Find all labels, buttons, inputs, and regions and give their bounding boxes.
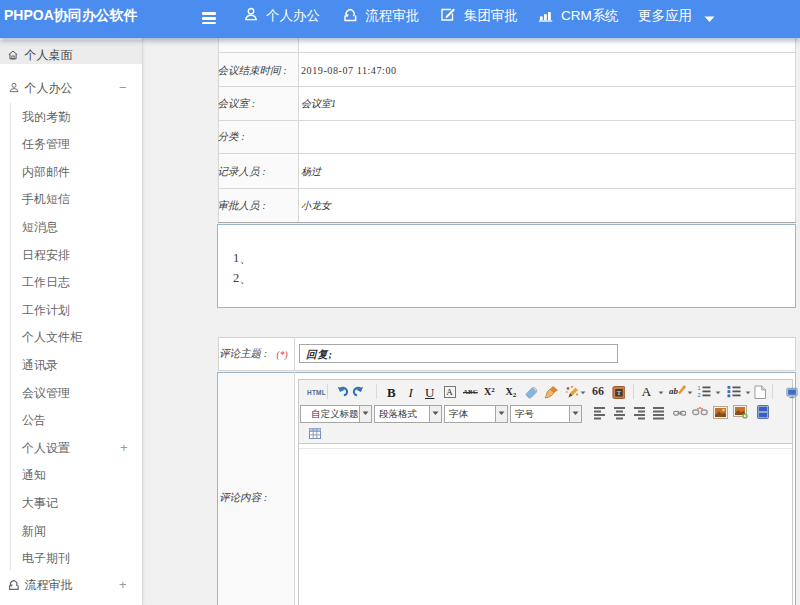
- svg-text:T: T: [616, 389, 621, 397]
- svg-text:2: 2: [698, 392, 701, 398]
- svg-text:1: 1: [698, 385, 701, 391]
